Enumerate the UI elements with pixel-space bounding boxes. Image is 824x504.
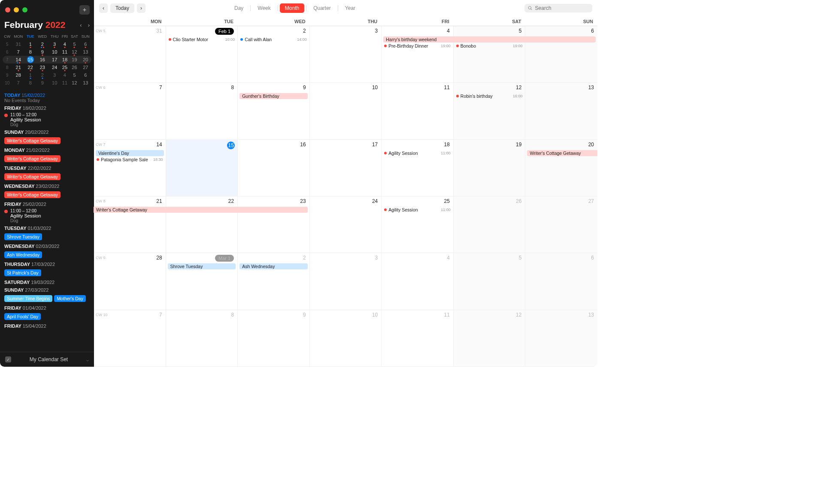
day-number: 12 — [516, 85, 521, 91]
checkbox-icon[interactable]: ✓ — [5, 356, 11, 362]
day-cell[interactable]: 10 — [310, 310, 382, 366]
day-cell[interactable]: 19 — [454, 140, 526, 196]
day-cell[interactable]: 27 — [525, 196, 597, 253]
day-cell[interactable]: 25Agility Session11:00 — [382, 196, 454, 253]
day-cell[interactable]: 9 — [238, 310, 310, 366]
view-year[interactable]: Year — [340, 3, 360, 13]
day-cell[interactable]: 12Robin's birthday16:00 — [454, 83, 526, 139]
day-cell[interactable]: 5 — [454, 253, 526, 309]
view-month[interactable]: Month — [280, 3, 304, 13]
day-cell[interactable]: 6 — [525, 253, 597, 309]
day-cell[interactable]: 10 — [310, 83, 382, 139]
event-bar[interactable] — [166, 207, 238, 213]
day-cell[interactable]: CW 714Valentine's DayPatagonia Sample Sa… — [94, 140, 166, 196]
search-field[interactable] — [524, 4, 592, 12]
day-number: 4 — [447, 255, 450, 261]
prev-button[interactable]: ‹ — [99, 3, 108, 13]
event[interactable]: Robin's birthday16:00 — [454, 93, 524, 99]
event-bar[interactable] — [453, 36, 526, 42]
calendar-set-footer[interactable]: ✓ My Calendar Set ⌵ — [0, 352, 94, 367]
agenda-badge[interactable]: April Fools' Day — [4, 313, 41, 320]
close-icon[interactable] — [5, 7, 10, 12]
day-cell[interactable]: 5 Bonobo19:00 — [454, 26, 526, 82]
agenda-badge[interactable]: Writer's Cottage Getaway — [4, 173, 61, 180]
day-number: 15 — [227, 142, 235, 149]
event-bar[interactable]: Valentine's Day — [96, 150, 164, 156]
day-cell[interactable]: 3 — [310, 253, 382, 309]
day-cell[interactable]: 16 — [238, 140, 310, 196]
day-cell[interactable]: 4Harry's birthday weekendPre-Birthday Di… — [382, 26, 454, 82]
day-cell[interactable]: 8 — [166, 310, 238, 366]
day-cell[interactable]: 15 — [166, 140, 238, 196]
add-event-button[interactable]: ＋ — [79, 5, 90, 15]
day-cell[interactable]: 17 — [310, 140, 382, 196]
view-quarter[interactable]: Quarter — [308, 3, 336, 13]
agenda-badge[interactable]: St Patrick's Day — [4, 269, 41, 276]
agenda-badge[interactable]: Writer's Cottage Getaway — [4, 155, 61, 162]
day-cell[interactable]: CW 821Writer's Cottage Getaway — [94, 196, 166, 253]
agenda-event[interactable]: 11:00 – 12:00Agility SessionDog — [4, 112, 90, 127]
event[interactable]: Pre-Birthday Dinner19:00 — [382, 43, 452, 49]
mini-calendar[interactable]: CWMONTUEWEDTHUFRISATSUN53112345667891011… — [0, 33, 94, 90]
day-cell[interactable]: 24 — [310, 196, 382, 253]
agenda-badge[interactable]: Writer's Cottage Getaway — [4, 137, 61, 144]
event-bar[interactable]: Gunther's Birthday — [239, 93, 308, 99]
agenda-badge[interactable]: Shrove Tuesday — [4, 233, 42, 240]
agenda-badge[interactable]: Mother's Day — [54, 295, 86, 302]
event-bar[interactable]: Harry's birthday weekend — [383, 36, 454, 42]
day-cell[interactable]: 3 — [310, 26, 382, 82]
prev-month-button[interactable]: ‹ — [80, 22, 82, 28]
agenda-badge[interactable]: Writer's Cottage Getaway — [4, 191, 61, 198]
event[interactable]: Agility Session11:00 — [382, 150, 452, 156]
event-bar[interactable] — [237, 207, 308, 213]
day-cell[interactable]: CW 928 — [94, 253, 166, 309]
day-cell[interactable]: 22 — [166, 196, 238, 253]
day-cell[interactable]: CW 67 — [94, 83, 166, 139]
day-cell[interactable]: 18Agility Session11:00 — [382, 140, 454, 196]
event-bar[interactable]: Writer's Cottage Getaway — [94, 207, 166, 213]
event-bar[interactable]: Writer's Cottage Getaway — [527, 150, 597, 156]
event[interactable]: Bonobo19:00 — [454, 43, 524, 49]
search-icon — [528, 6, 533, 11]
day-cell[interactable]: 26 — [454, 196, 526, 253]
agenda-event[interactable]: 11:00 – 12:00Agility SessionDog — [4, 208, 90, 223]
day-cell[interactable]: Feb 1Clio Starter Motor10:00 — [166, 26, 238, 82]
day-cell[interactable]: CW 107 — [94, 310, 166, 366]
view-day[interactable]: Day — [229, 3, 248, 13]
day-cell[interactable]: 2Ash Wednesday — [238, 253, 310, 309]
day-cell[interactable]: 11 — [382, 83, 454, 139]
day-cell[interactable]: Mar 1Shrove Tuesday — [166, 253, 238, 309]
agenda-badge[interactable]: Ash Wednesday — [4, 251, 42, 258]
event[interactable]: Clio Starter Motor10:00 — [167, 36, 237, 42]
event-bar[interactable]: Shrove Tuesday — [168, 263, 236, 269]
day-number: 8 — [231, 85, 234, 91]
day-cell[interactable]: 8 — [166, 83, 238, 139]
day-cell[interactable]: 2Call with Alan14:00 — [238, 26, 310, 82]
minimize-icon[interactable] — [14, 7, 19, 12]
day-cell[interactable]: 11 — [382, 310, 454, 366]
agenda-badge[interactable]: Summer Time Begins — [4, 295, 52, 302]
event[interactable]: Call with Alan14:00 — [239, 36, 309, 42]
next-button[interactable]: › — [137, 3, 145, 13]
today-button[interactable]: Today — [110, 3, 134, 13]
zoom-icon[interactable] — [22, 7, 27, 12]
view-week[interactable]: Week — [252, 3, 276, 13]
day-cell[interactable]: 12 — [454, 310, 526, 366]
day-cell[interactable]: 4 — [382, 253, 454, 309]
day-number: 13 — [588, 85, 594, 91]
event-bar[interactable]: Ash Wednesday — [239, 263, 308, 269]
day-cell[interactable]: 13 — [525, 310, 597, 366]
search-input[interactable] — [535, 5, 589, 11]
event-bar[interactable] — [525, 36, 596, 42]
chevron-down-icon[interactable]: ⌵ — [86, 357, 89, 362]
event[interactable]: Patagonia Sample Sale18:30 — [95, 157, 165, 163]
event[interactable]: Agility Session11:00 — [382, 207, 452, 213]
day-cell[interactable]: CW 531 — [94, 26, 166, 82]
agenda-list[interactable]: TODAY 15/02/2022No Events TodayFRIDAY 18… — [0, 90, 94, 352]
day-cell[interactable]: 13 — [525, 83, 597, 139]
next-month-button[interactable]: › — [88, 22, 90, 28]
day-cell[interactable]: 9Gunther's Birthday — [238, 83, 310, 139]
day-cell[interactable]: 20Writer's Cottage Getaway — [525, 140, 597, 196]
day-cell[interactable]: 6 — [525, 26, 597, 82]
day-cell[interactable]: 23 — [238, 196, 310, 253]
